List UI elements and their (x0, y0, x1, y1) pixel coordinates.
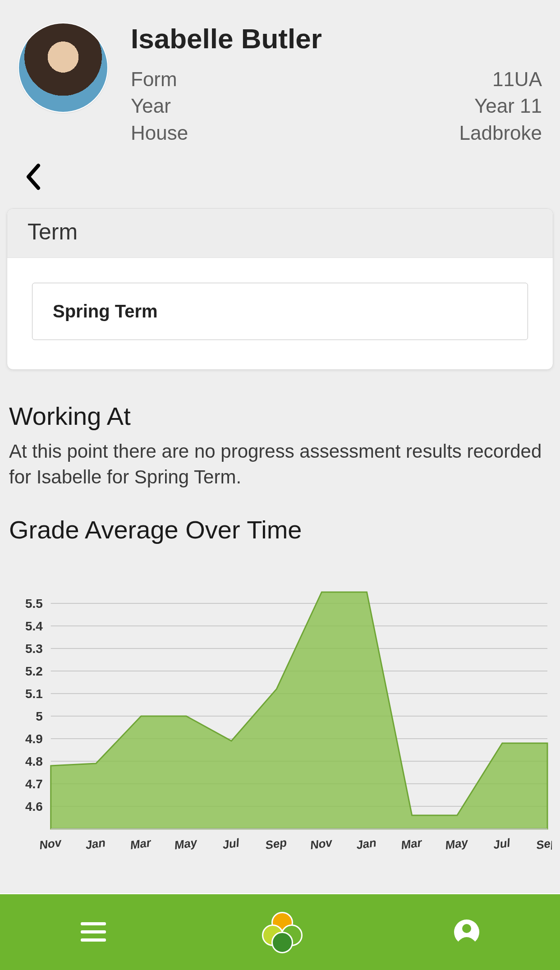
svg-text:4.6: 4.6 (25, 800, 43, 814)
nav-profile-button[interactable] (449, 914, 485, 950)
student-header: Isabelle Butler Form 11UA Year Year 11 H… (0, 0, 560, 160)
hamburger-icon (81, 922, 106, 942)
term-card-header: Term (7, 209, 553, 258)
term-card-body: Spring Term (7, 258, 553, 369)
svg-text:4.9: 4.9 (25, 732, 43, 746)
svg-text:Nov: Nov (309, 836, 334, 851)
svg-text:4.8: 4.8 (25, 754, 43, 768)
back-row (0, 160, 560, 208)
svg-rect-35 (81, 938, 106, 942)
grade-chart: 4.64.74.84.955.15.25.35.45.5NovJanMarMay… (0, 573, 560, 860)
svg-text:Sep: Sep (265, 836, 288, 851)
app-logo-icon (262, 912, 298, 952)
year-label: Year (131, 92, 171, 119)
form-value: 11UA (492, 66, 542, 92)
svg-text:4.7: 4.7 (25, 777, 43, 791)
info-row-house: House Ladbroke (131, 120, 542, 146)
svg-text:Jul: Jul (221, 836, 240, 851)
year-value: Year 11 (474, 92, 542, 119)
svg-text:5.1: 5.1 (25, 687, 43, 701)
form-label: Form (131, 66, 177, 92)
chart-heading: Grade Average Over Time (0, 490, 560, 552)
svg-text:5.4: 5.4 (25, 619, 43, 633)
term-select[interactable]: Spring Term (32, 283, 528, 340)
svg-rect-34 (81, 930, 106, 933)
svg-text:5.3: 5.3 (25, 641, 43, 655)
svg-text:May: May (445, 836, 469, 851)
back-button[interactable] (20, 163, 47, 190)
nav-home-button[interactable] (262, 914, 298, 950)
term-card: Term Spring Term (7, 208, 553, 370)
svg-text:Mar: Mar (400, 836, 423, 851)
info-row-form: Form 11UA (131, 66, 542, 92)
svg-text:Jan: Jan (355, 836, 377, 851)
svg-text:May: May (174, 836, 198, 851)
svg-text:Nov: Nov (38, 836, 63, 851)
term-select-value: Spring Term (53, 301, 158, 321)
bottom-nav (0, 893, 560, 970)
avatar (18, 23, 108, 113)
house-value: Ladbroke (459, 120, 542, 146)
working-at-message: At this point there are no progress asse… (0, 439, 560, 490)
person-icon (453, 919, 480, 946)
student-info: Isabelle Butler Form 11UA Year Year 11 H… (131, 23, 542, 146)
house-label: House (131, 120, 188, 146)
svg-point-37 (462, 924, 471, 933)
svg-text:Jul: Jul (492, 836, 511, 851)
info-row-year: Year Year 11 (131, 92, 542, 119)
svg-text:5.5: 5.5 (25, 596, 43, 610)
svg-text:5: 5 (36, 709, 43, 723)
svg-text:Jan: Jan (85, 836, 106, 851)
svg-text:Sep: Sep (535, 836, 552, 851)
svg-rect-33 (81, 922, 106, 925)
svg-text:5.2: 5.2 (25, 664, 43, 678)
nav-menu-button[interactable] (75, 914, 111, 950)
chevron-left-icon (25, 163, 43, 190)
working-at-heading: Working At (0, 370, 560, 439)
student-name: Isabelle Butler (131, 23, 542, 55)
svg-text:Mar: Mar (129, 836, 152, 851)
grade-chart-svg: 4.64.74.84.955.15.25.35.45.5NovJanMarMay… (8, 573, 552, 860)
